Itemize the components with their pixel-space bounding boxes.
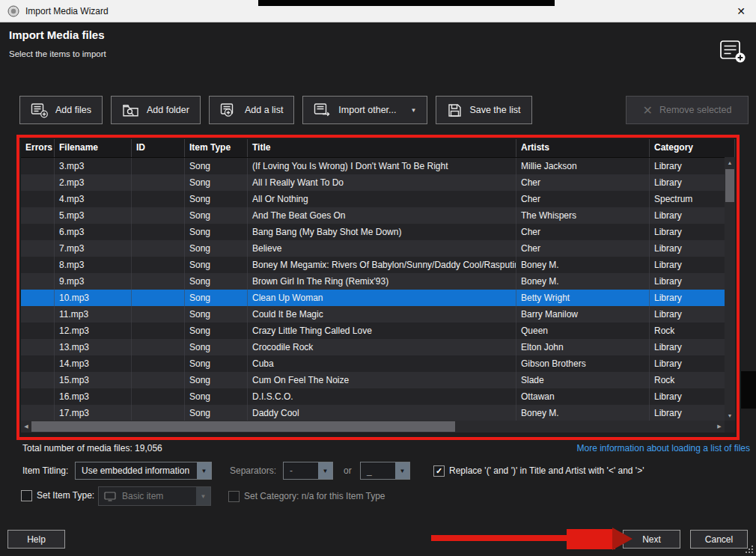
scroll-right-icon[interactable]: ▶ xyxy=(714,421,725,433)
cell-title: Believe xyxy=(248,240,516,257)
column-header-filename[interactable]: Filename xyxy=(55,139,132,157)
cell-category: Spectrum xyxy=(650,191,735,207)
cell-title: And The Beat Goes On xyxy=(248,207,516,224)
column-header-category[interactable]: Category xyxy=(650,139,735,157)
table-header-row: Errors Filename ID Item Type Title Artis… xyxy=(21,139,735,158)
column-header-errors[interactable]: Errors xyxy=(21,139,55,157)
remove-x-icon: ✕ xyxy=(643,103,653,117)
cancel-button[interactable]: Cancel xyxy=(690,530,748,549)
cell-category: Library xyxy=(650,355,735,372)
horizontal-scrollbar[interactable]: ◀ ▶ xyxy=(21,421,735,433)
app-icon xyxy=(7,5,19,17)
more-info-link[interactable]: More information about loading a list of… xyxy=(577,443,750,453)
table-row[interactable]: 16.mp3 Song D.I.S.C.O. Ottawan Library xyxy=(21,388,735,405)
cell-errors xyxy=(21,240,55,257)
cell-item-type: Song xyxy=(185,290,248,306)
add-folder-label: Add folder xyxy=(147,105,189,115)
cell-filename: 14.mp3 xyxy=(55,355,132,372)
column-header-title[interactable]: Title xyxy=(248,139,516,157)
table-row[interactable]: 6.mp3 Song Bang Bang (My Baby Shot Me Do… xyxy=(21,224,735,240)
cell-category: Library xyxy=(650,290,735,306)
table-row[interactable]: 8.mp3 Song Boney M Megamix: Rivers Of Ba… xyxy=(21,257,735,273)
import-other-button[interactable]: Import other... ▼ xyxy=(302,96,427,124)
cell-item-type: Song xyxy=(185,191,248,207)
cell-title: Boney M Megamix: Rivers Of Babylon/Sunny… xyxy=(248,257,516,273)
cell-id xyxy=(132,372,185,388)
cell-id xyxy=(132,306,185,323)
cell-category: Library xyxy=(650,174,735,191)
column-header-id[interactable]: ID xyxy=(132,139,185,157)
cell-artists: Cher xyxy=(516,240,650,257)
column-header-artists[interactable]: Artists xyxy=(516,139,650,157)
save-icon xyxy=(447,103,463,118)
table-row[interactable]: 12.mp3 Song Crazy Little Thing Called Lo… xyxy=(21,323,735,339)
table-row[interactable]: 5.mp3 Song And The Beat Goes On The Whis… xyxy=(21,207,735,224)
add-folder-button[interactable]: Add folder xyxy=(111,96,201,124)
table-row[interactable]: 10.mp3 Song Clean Up Woman Betty Wright … xyxy=(21,290,735,306)
page-subtitle: Select the items to import xyxy=(9,49,106,58)
cell-artists: Millie Jackson xyxy=(516,158,650,174)
cell-id xyxy=(132,405,185,421)
cell-filename: 15.mp3 xyxy=(55,372,132,388)
item-titling-select[interactable]: Use embedded information ▼ xyxy=(75,462,212,480)
replace-parens-checkbox[interactable]: ✓ xyxy=(433,465,445,477)
cell-errors xyxy=(21,355,55,372)
close-icon[interactable]: ✕ xyxy=(737,0,746,22)
background-window-edge xyxy=(258,0,555,6)
cell-category: Library xyxy=(650,405,735,421)
table-row[interactable]: 9.mp3 Song Brown Girl In The Ring (Remix… xyxy=(21,273,735,290)
cell-errors xyxy=(21,306,55,323)
table-row[interactable]: 7.mp3 Song Believe Cher Library xyxy=(21,240,735,257)
cell-category: Rock xyxy=(650,323,735,339)
table-row[interactable]: 11.mp3 Song Could It Be Magic Barry Mani… xyxy=(21,306,735,323)
table-row[interactable]: 3.mp3 Song (If Loving You Is Wrong) I Do… xyxy=(21,158,735,174)
checkmark-icon: ✓ xyxy=(436,467,442,475)
add-list-button[interactable]: Add a list xyxy=(209,96,294,124)
table-row[interactable]: 2.mp3 Song All I Really Want To Do Cher … xyxy=(21,174,735,191)
table-row[interactable]: 15.mp3 Song Cum On Feel The Noize Slade … xyxy=(21,372,735,388)
cell-artists: Cher xyxy=(516,224,650,240)
add-files-button[interactable]: Add files xyxy=(19,96,103,124)
set-item-type-checkbox[interactable] xyxy=(21,490,32,501)
save-list-button[interactable]: Save the list xyxy=(436,96,531,124)
cell-item-type: Song xyxy=(185,405,248,421)
scroll-down-icon[interactable]: ▼ xyxy=(725,410,735,421)
basic-item-icon xyxy=(104,492,116,501)
table-row[interactable]: 14.mp3 Song Cuba Gibson Brothers Library xyxy=(21,355,735,372)
separator2-value: _ xyxy=(361,465,395,476)
cell-item-type: Song xyxy=(185,273,248,290)
cell-artists: Ottawan xyxy=(516,388,650,405)
cell-artists: Gibson Brothers xyxy=(516,355,650,372)
import-media-wizard-dialog: Import Media Wizard ✕ Import Media files… xyxy=(0,0,756,556)
table-row[interactable]: 13.mp3 Song Crocodile Rock Elton John Li… xyxy=(21,339,735,355)
cell-errors xyxy=(21,290,55,306)
cell-title: Crazy Little Thing Called Love xyxy=(248,323,516,339)
cell-errors xyxy=(21,372,55,388)
separator1-select[interactable]: - ▼ xyxy=(283,462,333,480)
separators-label: Separators: xyxy=(230,462,276,480)
column-header-item-type[interactable]: Item Type xyxy=(185,139,248,157)
help-button[interactable]: Help xyxy=(7,530,65,549)
resize-grip[interactable] xyxy=(745,545,754,554)
cell-category: Rock xyxy=(650,372,735,388)
vertical-scroll-thumb[interactable] xyxy=(725,169,734,202)
cell-artists: Elton John xyxy=(516,339,650,355)
cell-item-type: Song xyxy=(185,207,248,224)
cell-title: Could It Be Magic xyxy=(248,306,516,323)
next-button[interactable]: Next xyxy=(623,530,680,549)
cell-filename: 5.mp3 xyxy=(55,207,132,224)
cell-category: Library xyxy=(650,224,735,240)
scroll-up-icon[interactable]: ▲ xyxy=(725,157,735,168)
table-row[interactable]: 4.mp3 Song All Or Nothing Cher Spectrum xyxy=(21,191,735,207)
scroll-left-icon[interactable]: ◀ xyxy=(21,421,31,433)
set-item-type-select: Basic item ▼ xyxy=(98,486,211,506)
vertical-scrollbar[interactable]: ▲ ▼ xyxy=(725,157,735,421)
cell-id xyxy=(132,355,185,372)
cell-filename: 17.mp3 xyxy=(55,405,132,421)
table-row[interactable]: 17.mp3 Song Daddy Cool Boney M. Library xyxy=(21,405,735,421)
cell-filename: 2.mp3 xyxy=(55,174,132,191)
cell-id xyxy=(132,158,185,174)
cell-item-type: Song xyxy=(185,388,248,405)
horizontal-scroll-thumb[interactable] xyxy=(31,421,455,432)
separator2-select[interactable]: _ ▼ xyxy=(360,462,410,480)
